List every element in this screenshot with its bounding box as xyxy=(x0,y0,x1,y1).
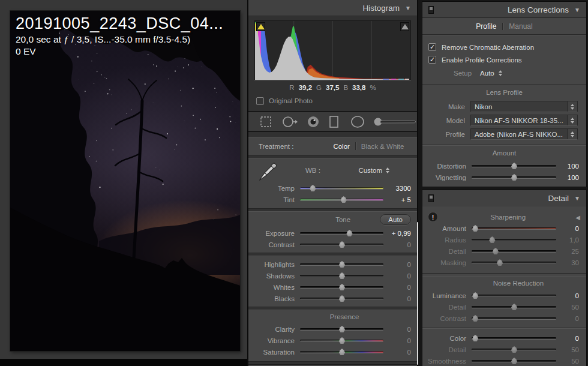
slider-thumb[interactable] xyxy=(511,163,518,169)
slider-thumb[interactable] xyxy=(511,174,518,181)
slider-label: Detail xyxy=(422,304,472,311)
adjustment-brush-icon[interactable] xyxy=(373,114,417,130)
slider-thumb[interactable] xyxy=(339,241,346,248)
whites-slider[interactable] xyxy=(300,284,383,290)
slider-label: Smoothness xyxy=(422,358,472,365)
tint-slider[interactable] xyxy=(300,196,383,203)
highlights-slider[interactable] xyxy=(300,261,383,268)
slider-thumb[interactable] xyxy=(497,259,503,266)
updown-arrows-icon[interactable] xyxy=(386,167,389,173)
wb-preset-dropdown[interactable]: Custom xyxy=(358,167,411,174)
exposure-slider[interactable] xyxy=(300,230,383,236)
original-photo-checkbox[interactable] xyxy=(256,97,264,105)
saturation-slider[interactable] xyxy=(300,349,383,355)
luminance-slider[interactable] xyxy=(472,292,556,299)
chromatic-aberration-checkbox[interactable]: ✓ xyxy=(428,43,436,51)
slider-thumb[interactable] xyxy=(472,225,479,232)
setup-dropdown[interactable]: Auto xyxy=(480,70,502,77)
model-dropdown[interactable]: Nikon AF-S NIKKOR 18-35... xyxy=(470,115,578,126)
radial-filter-icon[interactable] xyxy=(349,114,365,130)
histogram-display[interactable] xyxy=(254,20,411,80)
shadows-slider[interactable] xyxy=(300,272,383,279)
chromatic-aberration-label: Remove Chromatic Aberration xyxy=(442,44,534,51)
highlight-clipping-indicator[interactable] xyxy=(400,22,409,31)
slider-thumb[interactable] xyxy=(489,236,496,243)
slider-thumb[interactable] xyxy=(511,358,518,364)
slider-thumb[interactable] xyxy=(310,185,316,191)
original-photo-row: Original Photo xyxy=(256,95,417,106)
color-detail-slider[interactable] xyxy=(472,346,556,353)
wb-eyedropper-icon[interactable] xyxy=(253,160,282,187)
slider-label: Color xyxy=(422,335,472,342)
luminance-detail-slider[interactable] xyxy=(472,304,556,310)
divider xyxy=(422,145,586,146)
profile-dropdown[interactable]: Adobe (Nikon AF-S NIKKO... xyxy=(470,128,578,140)
sharpen-masking-slider[interactable] xyxy=(472,259,556,266)
slider-thumb[interactable] xyxy=(339,295,346,302)
color-smoothness-slider[interactable] xyxy=(472,358,556,364)
b-label: B xyxy=(343,84,348,91)
make-dropdown[interactable]: Nikon xyxy=(470,101,578,112)
sharpen-detail-slider[interactable] xyxy=(472,248,556,254)
color-nr-slider[interactable] xyxy=(472,335,556,341)
blacks-slider[interactable] xyxy=(300,295,383,302)
collapse-triangle-icon[interactable]: ▼ xyxy=(574,195,580,202)
preview-toggle-icon[interactable]: ◀ xyxy=(575,214,580,221)
warning-icon[interactable]: ! xyxy=(428,212,438,222)
slider-thumb[interactable] xyxy=(472,292,479,299)
treatment-color-option[interactable]: Color xyxy=(333,143,349,150)
slider-thumb[interactable] xyxy=(346,230,353,236)
slider-thumb[interactable] xyxy=(339,272,346,279)
auto-tone-button[interactable]: Auto xyxy=(380,214,411,225)
luminance-contrast-slider[interactable] xyxy=(472,315,556,322)
make-label: Make xyxy=(422,103,470,110)
temp-slider[interactable] xyxy=(300,185,383,191)
distortion-slider[interactable] xyxy=(472,163,556,169)
red-eye-correction-icon[interactable] xyxy=(305,114,320,130)
photo-preview[interactable]: 20191005_2243_DSC_04... 20,0 sec at ƒ / … xyxy=(10,11,240,351)
slider-thumb[interactable] xyxy=(472,315,479,322)
updown-arrows-icon[interactable] xyxy=(567,101,577,112)
contrast-slider[interactable] xyxy=(300,241,383,248)
collapse-triangle-icon[interactable]: ▼ xyxy=(574,7,580,13)
luminance-detail-slider-row: Detail 50 xyxy=(422,301,586,313)
panel-toggle-icon[interactable] xyxy=(428,194,434,202)
sharpen-amount-slider[interactable] xyxy=(472,225,556,232)
lens-corrections-header[interactable]: Lens Corrections ▼ xyxy=(422,2,586,18)
crop-overlay-icon[interactable] xyxy=(258,114,273,130)
spot-removal-icon[interactable] xyxy=(281,114,298,130)
tab-manual[interactable]: Manual xyxy=(509,22,532,31)
slider-value: 0 xyxy=(383,272,411,280)
panel-toggle-icon[interactable] xyxy=(428,6,434,14)
slider-thumb[interactable] xyxy=(339,261,346,268)
tab-profile[interactable]: Profile xyxy=(476,22,496,31)
updown-arrows-icon[interactable] xyxy=(567,115,577,125)
slider-thumb[interactable] xyxy=(339,349,346,355)
slider-value: 1,0 xyxy=(556,236,579,244)
panel-scrollbar[interactable] xyxy=(417,222,418,365)
updown-arrows-icon[interactable] xyxy=(567,129,577,139)
slider-thumb[interactable] xyxy=(339,284,346,290)
detail-panel-header[interactable]: Detail ▼ xyxy=(422,190,586,206)
slider-thumb[interactable] xyxy=(472,335,479,341)
slider-thumb[interactable] xyxy=(511,304,518,310)
profile-corrections-checkbox[interactable]: ✓ xyxy=(428,56,436,64)
shadow-clipping-indicator[interactable] xyxy=(256,22,265,31)
setup-value: Auto xyxy=(480,70,494,77)
graduated-filter-icon[interactable] xyxy=(328,114,341,130)
clarity-slider[interactable] xyxy=(300,326,383,332)
updown-arrows-icon[interactable] xyxy=(499,70,502,76)
slider-thumb[interactable] xyxy=(340,196,347,203)
slider-value: 30 xyxy=(556,259,579,266)
vibrance-slider[interactable] xyxy=(300,337,383,344)
sharpen-radius-slider[interactable] xyxy=(472,236,556,243)
slider-thumb[interactable] xyxy=(339,337,346,344)
vignetting-slider[interactable] xyxy=(472,174,556,181)
histogram-panel-header[interactable]: Histogram ▼ xyxy=(248,0,417,16)
slider-thumb[interactable] xyxy=(339,326,346,332)
treatment-bw-option[interactable]: Black & White xyxy=(361,143,404,150)
slider-thumb[interactable] xyxy=(511,346,518,353)
lens-corrections-title: Lens Corrections xyxy=(508,5,569,14)
slider-thumb[interactable] xyxy=(492,248,499,254)
collapse-triangle-icon[interactable]: ▼ xyxy=(405,5,411,11)
